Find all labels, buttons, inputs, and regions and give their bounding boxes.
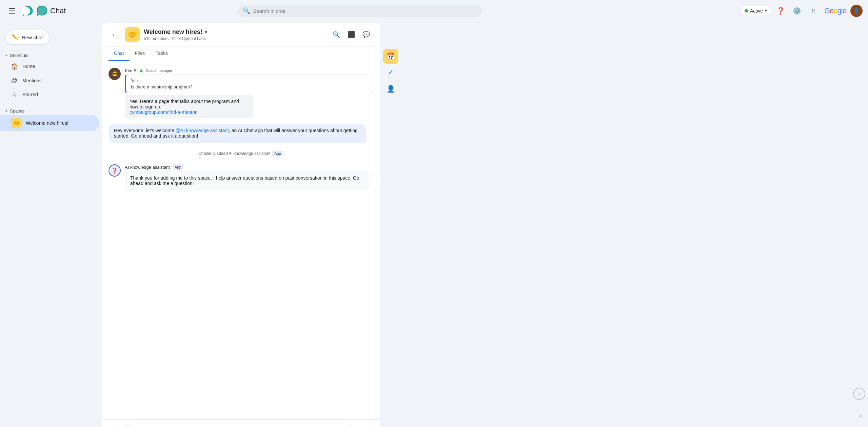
mentions-label: Mentions xyxy=(22,78,42,83)
add-icon: + xyxy=(858,391,861,396)
compose-icon: ✏️ xyxy=(12,34,18,40)
system-message: Charlie C added AI knowledge assistant A… xyxy=(108,151,373,156)
ai-message-text: Thank you for adding me to this space. I… xyxy=(130,175,359,186)
spaces-chevron-icon: ▾ xyxy=(5,109,7,113)
active-label: Active xyxy=(750,8,763,14)
active-dot-icon xyxy=(745,9,748,13)
spaces-label: Spaces xyxy=(10,108,24,114)
space-header-avatar: 🤝 xyxy=(125,27,140,42)
space-manager-diamond-icon: ◆ xyxy=(139,68,143,73)
system-text: Charlie C added AI knowledge assistant xyxy=(198,151,270,156)
settings-icon: ⚙️ xyxy=(793,7,801,15)
home-label: Home xyxy=(22,64,35,69)
chat-title: Welcome new hires! ▾ xyxy=(144,28,326,36)
sidebar-item-home[interactable]: 🏠 Home xyxy=(0,59,99,74)
chat-tabs: Chat Files Tasks xyxy=(102,46,380,61)
ai-message-content: AI knowledge assistant App Thank you for… xyxy=(125,164,373,190)
calendar-icon: 📅 xyxy=(387,52,395,60)
chat-title-text: Welcome new hires! xyxy=(144,28,202,36)
search-chat-button[interactable]: 🔍 xyxy=(330,28,343,41)
top-bar-right: Active ▾ ❓ ⚙️ ⠿ Google 👤 xyxy=(740,4,863,18)
ai-avatar: ❓ xyxy=(108,164,121,177)
new-chat-label: New chat xyxy=(22,35,43,40)
kim-sender-row: Kim R ◆ Space manager xyxy=(125,68,373,73)
logo-area: Chat xyxy=(22,5,66,17)
search-icon: 🔍 xyxy=(243,7,250,15)
message-input-box: A 😊 GIF ⬆ 📹 xyxy=(124,424,356,427)
starred-label: Starred xyxy=(22,92,38,97)
kim-avatar: 😎 xyxy=(108,68,121,80)
quoted-message: You Is there a mentorship program? xyxy=(125,75,373,93)
space-name: Welcome new hires! xyxy=(26,120,68,126)
home-icon: 🏠 xyxy=(11,63,18,70)
sidebar-item-mentions[interactable]: @ Mentions xyxy=(0,74,99,87)
main-content: ← 🤝 Welcome new hires! ▾ 510 members · A… xyxy=(102,22,381,427)
app-logo-icon xyxy=(36,5,48,17)
kim-reply-bubble: Yes! Here's a page that talks about the … xyxy=(125,95,254,118)
toggle-panel-button[interactable]: ⬛ xyxy=(344,28,358,41)
calendar-panel-button[interactable]: 📅 xyxy=(383,49,398,64)
tab-chat[interactable]: Chat xyxy=(108,46,130,61)
input-area: + A 😊 GIF xyxy=(102,419,380,427)
ai-sender-row: AI knowledge assistant App xyxy=(125,164,373,170)
expand-panel-button[interactable]: › xyxy=(856,411,865,420)
members-count: 510 members xyxy=(144,36,169,41)
starred-icon: ☆ xyxy=(11,91,18,98)
apps-grid-icon: ⠿ xyxy=(811,8,815,14)
google-chat-icon xyxy=(19,4,33,18)
tasks-panel-button[interactable]: ✓ xyxy=(383,65,398,80)
message-group-ai: ❓ AI knowledge assistant App Thank you f… xyxy=(108,164,373,190)
active-status-button[interactable]: Active ▾ xyxy=(740,6,771,16)
space-emoji-icon: 🤝 xyxy=(11,118,22,128)
space-item-welcome-new-hires[interactable]: 🤝 Welcome new hires! xyxy=(0,115,99,131)
search-bar: 🔍 xyxy=(238,5,482,17)
outgoing-message-container: Hey everyone, let's welcome @AI knowledg… xyxy=(108,124,373,143)
threads-icon: 💬 xyxy=(362,31,370,38)
right-panel: 📅 ✓ 👤 › + xyxy=(381,22,400,427)
apps-button[interactable]: ⠿ xyxy=(807,4,820,18)
google-logo: Google xyxy=(824,6,846,15)
messages-area: 😎 Kim R ◆ Space manager You Is there a m… xyxy=(102,61,380,419)
ai-mention: @AI knowledge assistant xyxy=(176,128,229,133)
space-manager-badge: Space manager xyxy=(146,68,172,73)
settings-button[interactable]: ⚙️ xyxy=(790,4,804,18)
search-icon: 🔍 xyxy=(333,31,340,38)
user-avatar[interactable]: 👤 xyxy=(850,5,863,17)
input-row: + A 😊 GIF xyxy=(108,424,373,427)
mentor-link[interactable]: cymbalgroup.com/find-a-mentor xyxy=(130,109,197,115)
new-chat-button[interactable]: ✏️ New chat xyxy=(5,30,50,45)
menu-button[interactable] xyxy=(5,4,19,18)
shortcuts-section-header[interactable]: ▾ Shortcuts xyxy=(0,49,102,59)
help-button[interactable]: ❓ xyxy=(774,4,788,18)
ai-sender-name: AI knowledge assistant xyxy=(125,165,170,170)
person-icon: 👤 xyxy=(387,85,395,93)
shortcuts-label: Shortcuts xyxy=(10,53,28,58)
chat-header: ← 🤝 Welcome new hires! ▾ 510 members · A… xyxy=(102,23,380,46)
quote-label: You xyxy=(131,78,368,83)
tab-tasks-label: Tasks xyxy=(156,50,168,56)
tab-files[interactable]: Files xyxy=(130,46,151,61)
contacts-panel-button[interactable]: 👤 xyxy=(383,81,398,96)
shortcuts-chevron-icon: ▾ xyxy=(5,54,7,57)
sidebar-item-starred[interactable]: ☆ Starred xyxy=(0,87,99,102)
new-chat-area: ✏️ New chat xyxy=(0,26,102,49)
back-button[interactable]: ← xyxy=(108,28,121,41)
reply-text-before: Yes! Here's a page that talks about the … xyxy=(130,99,239,109)
spaces-section-header[interactable]: ▾ Spaces xyxy=(0,104,102,115)
quote-text: Is there a mentorship program? xyxy=(131,84,368,89)
tasks-check-icon: ✓ xyxy=(388,68,394,77)
ai-app-badge: App xyxy=(173,164,183,170)
title-chevron-icon[interactable]: ▾ xyxy=(204,29,207,35)
right-panel-divider xyxy=(385,99,396,99)
threads-button[interactable]: 💬 xyxy=(359,28,373,41)
kim-message-content: Kim R ◆ Space manager You Is there a men… xyxy=(125,68,373,118)
mentions-icon: @ xyxy=(11,77,18,84)
search-input[interactable] xyxy=(238,5,482,17)
outgoing-text-before: Hey everyone, let's welcome xyxy=(114,128,176,133)
search-bar-wrap: 🔍 xyxy=(238,5,482,17)
org-name: All of Cymbal Labs xyxy=(172,36,206,41)
ai-message-bubble: Thank you for adding me to this space. I… xyxy=(125,171,369,190)
add-panel-button[interactable]: + xyxy=(853,388,865,400)
app-title: Chat xyxy=(50,6,66,15)
tab-tasks[interactable]: Tasks xyxy=(150,46,173,61)
